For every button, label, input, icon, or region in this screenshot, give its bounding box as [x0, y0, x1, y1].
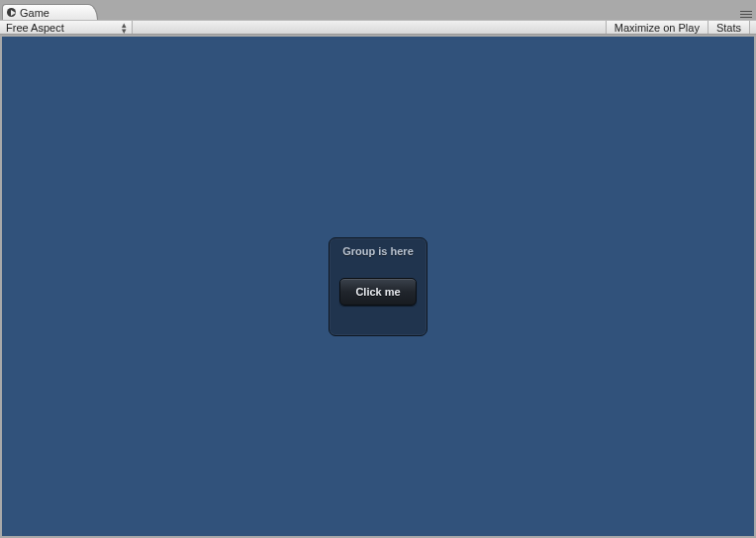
- game-viewport: Group is here Click me: [2, 37, 754, 536]
- gui-group-box: Group is here Click me: [329, 237, 427, 336]
- tab-game[interactable]: Game: [2, 4, 98, 20]
- stats-toggle[interactable]: Stats: [708, 21, 749, 34]
- viewport-frame: Group is here Click me: [0, 35, 756, 538]
- gui-group-title: Group is here: [330, 238, 426, 257]
- panel-menu-icon[interactable]: [740, 11, 752, 18]
- maximize-on-play-toggle[interactable]: Maximize on Play: [606, 21, 708, 34]
- maximize-on-play-label: Maximize on Play: [614, 22, 700, 34]
- game-tab-icon: [7, 8, 16, 17]
- toolbar-end: [749, 21, 756, 34]
- aspect-dropdown-label: Free Aspect: [6, 22, 64, 34]
- click-me-button[interactable]: Click me: [339, 278, 417, 306]
- tab-label: Game: [20, 7, 49, 19]
- game-toolbar: Free Aspect ▴▾ Maximize on Play Stats: [0, 20, 756, 35]
- updown-caret-icon: ▴▾: [122, 22, 127, 34]
- tab-strip: Game: [0, 0, 756, 20]
- toolbar-spacer: [133, 21, 606, 34]
- stats-label: Stats: [716, 22, 741, 34]
- aspect-dropdown[interactable]: Free Aspect ▴▾: [0, 21, 133, 34]
